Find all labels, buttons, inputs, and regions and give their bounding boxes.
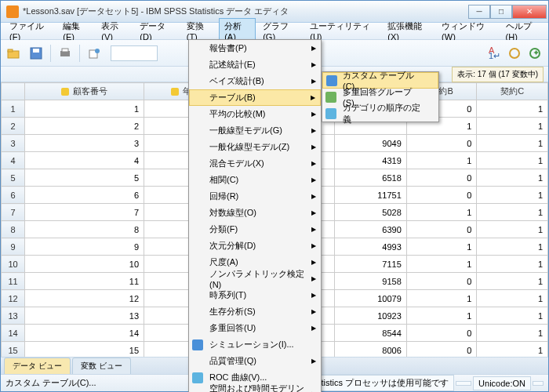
row-header[interactable]: 11 (2, 273, 25, 290)
cell[interactable]: 7115 (334, 256, 406, 273)
menu-item[interactable]: 次元分解(D)▶ (189, 238, 321, 254)
row-header[interactable]: 4 (2, 152, 25, 169)
cell[interactable]: 0 (406, 325, 476, 342)
row-header[interactable]: 12 (2, 290, 25, 307)
cell[interactable]: 5 (25, 169, 144, 187)
cell[interactable]: 0 (406, 135, 476, 152)
menu-item[interactable]: 生存分析(S)▶ (189, 303, 321, 320)
tab-data-view[interactable]: データ ビュー (4, 358, 71, 374)
cell[interactable]: 1 (406, 307, 476, 325)
menu-item[interactable]: 記述統計(E)▶ (189, 56, 321, 73)
cell[interactable]: 1 (406, 256, 476, 273)
cell[interactable]: 4 (25, 152, 144, 169)
row-header[interactable]: 10 (2, 256, 25, 273)
cell[interactable]: 1 (477, 118, 548, 135)
cell[interactable]: 1 (477, 342, 548, 358)
cell[interactable]: 1 (477, 273, 548, 290)
cell[interactable]: 1 (477, 187, 548, 204)
cell[interactable]: 0 (406, 187, 476, 204)
cell[interactable]: 8 (25, 221, 144, 238)
cell[interactable]: 10079 (334, 290, 406, 307)
menu-item[interactable]: テーブル(B)▶ (189, 89, 321, 106)
cell[interactable]: 1 (477, 100, 548, 118)
goto-box[interactable] (111, 45, 158, 61)
tab-variable-view[interactable]: 変数 ビュー (72, 358, 131, 374)
cell[interactable]: 1 (477, 238, 548, 256)
menu-item[interactable]: 平均の比較(M)▶ (189, 106, 321, 122)
cell[interactable]: 1 (477, 221, 548, 238)
menu-item[interactable]: 一般線型モデル(G)▶ (189, 122, 321, 139)
col-header[interactable]: 契約C (477, 83, 548, 100)
cell[interactable]: 9 (25, 238, 144, 256)
cell[interactable]: 11751 (334, 187, 406, 204)
cell[interactable]: 1 (477, 290, 548, 307)
row-header[interactable]: 7 (2, 204, 25, 221)
cell[interactable]: 15 (25, 342, 144, 358)
variables-icon[interactable] (504, 43, 525, 64)
cell[interactable]: 9049 (334, 135, 406, 152)
menu-item[interactable]: ベイズ統計(B)▶ (189, 73, 321, 89)
cell[interactable]: 0 (406, 273, 476, 290)
row-header[interactable]: 13 (2, 307, 25, 325)
cell[interactable]: 1 (406, 238, 476, 256)
value-labels-icon[interactable]: A1↵ (484, 43, 504, 64)
cell[interactable]: 10 (25, 256, 144, 273)
cell[interactable]: 1 (477, 204, 548, 221)
print-icon[interactable] (55, 43, 75, 64)
menu-item[interactable]: 時系列(T)▶ (189, 287, 321, 303)
row-header[interactable]: 15 (2, 342, 25, 358)
cell[interactable]: 6390 (334, 221, 406, 238)
menu-item[interactable]: 回帰(R)▶ (189, 188, 321, 205)
row-header[interactable]: 9 (2, 238, 25, 256)
cell[interactable]: 6 (25, 187, 144, 204)
menu-item[interactable]: 報告書(P)▶ (189, 40, 321, 56)
cell[interactable]: 2 (25, 118, 144, 135)
recall-icon[interactable] (84, 43, 104, 64)
menu-item[interactable]: 空間および時間モデリング(S)...▶ (189, 386, 321, 392)
minimize-button[interactable]: ─ (468, 5, 490, 19)
cell[interactable]: 1 (477, 325, 548, 342)
cell[interactable]: 4993 (334, 238, 406, 256)
row-header[interactable]: 1 (2, 100, 25, 118)
row-header[interactable]: 8 (2, 221, 25, 238)
maximize-button[interactable]: □ (490, 5, 512, 19)
open-icon[interactable] (4, 43, 24, 64)
cell[interactable]: 14 (25, 325, 144, 342)
close-button[interactable]: ✕ (512, 5, 547, 19)
menu-item[interactable]: 多重回答(U)▶ (189, 320, 321, 336)
menu-item[interactable]: 分類(F)▶ (189, 221, 321, 238)
cell[interactable]: 13 (25, 307, 144, 325)
col-header[interactable] (2, 83, 25, 100)
menu-item[interactable]: 相関(C)▶ (189, 172, 321, 188)
menu-item[interactable]: 混合モデル(X)▶ (189, 155, 321, 172)
cell[interactable]: 1 (477, 256, 548, 273)
cell[interactable]: 0 (406, 169, 476, 187)
insert-icon[interactable]: ✦ (525, 43, 545, 64)
submenu-item[interactable]: カテゴリの順序の定義 (322, 105, 438, 122)
cell[interactable]: 6518 (334, 169, 406, 187)
cell[interactable]: 9158 (334, 273, 406, 290)
cell[interactable]: 12 (25, 290, 144, 307)
cell[interactable]: 1 (477, 135, 548, 152)
cell[interactable]: 0 (406, 342, 476, 358)
row-header[interactable]: 2 (2, 118, 25, 135)
menu-item[interactable]: 品質管理(Q)▶ (189, 353, 321, 369)
cell[interactable]: 7 (25, 204, 144, 221)
cell[interactable]: 8544 (334, 325, 406, 342)
cell[interactable]: 5028 (334, 204, 406, 221)
save-icon[interactable] (26, 43, 46, 64)
cell[interactable]: 10923 (334, 307, 406, 325)
cell[interactable]: 1 (477, 169, 548, 187)
cell[interactable]: 1 (477, 152, 548, 169)
cell[interactable]: 8006 (334, 342, 406, 358)
cell[interactable]: 3 (25, 135, 144, 152)
cell[interactable]: 4319 (334, 152, 406, 169)
cell[interactable]: 1 (406, 204, 476, 221)
cell[interactable]: 1 (25, 100, 144, 118)
menu-item[interactable]: 一般化線型モデル(Z)▶ (189, 139, 321, 155)
row-header[interactable]: 6 (2, 187, 25, 204)
row-header[interactable]: 14 (2, 325, 25, 342)
row-header[interactable]: 5 (2, 169, 25, 187)
row-header[interactable]: 3 (2, 135, 25, 152)
cell[interactable]: 1 (406, 290, 476, 307)
